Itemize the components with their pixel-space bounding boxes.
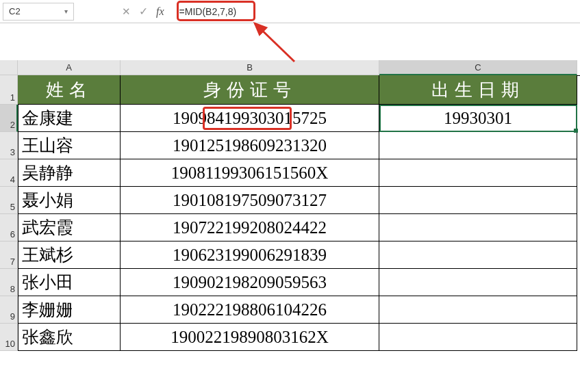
row-header-1[interactable]: 1: [0, 75, 18, 105]
row-header-9[interactable]: 9: [0, 296, 18, 324]
spreadsheet: A B C 1 2 3 4 5 6 7 8 9 10 姓名 身份证号 出生日期: [0, 60, 580, 351]
formula-buttons: ✕ ✓ fx: [112, 5, 174, 18]
cell-A8[interactable]: 张小田: [18, 269, 121, 296]
cell-B10[interactable]: 19002219890803162X: [121, 324, 379, 351]
formula-input[interactable]: =MID(B2,7,8): [174, 3, 577, 21]
cell-C2[interactable]: 19930301: [379, 105, 577, 132]
fx-icon[interactable]: fx: [156, 5, 164, 18]
name-box-dropdown-icon[interactable]: ▾: [64, 8, 68, 15]
cell-A7[interactable]: 王斌杉: [18, 241, 121, 269]
cell-C4[interactable]: [379, 159, 577, 187]
row-header-2[interactable]: 2: [0, 105, 18, 132]
column-header-C[interactable]: C: [379, 60, 577, 75]
cell-A5[interactable]: 聂小娟: [18, 187, 121, 214]
cell-C9[interactable]: [379, 296, 577, 324]
cell-A9[interactable]: 李姗姗: [18, 296, 121, 324]
cell-A1[interactable]: 姓名: [18, 75, 121, 105]
cancel-icon[interactable]: ✕: [122, 5, 131, 18]
row-header-8[interactable]: 8: [0, 269, 18, 296]
cell-C7[interactable]: [379, 241, 577, 269]
row-header-4[interactable]: 4: [0, 159, 18, 187]
cell-B6[interactable]: 190722199208024422: [121, 214, 379, 241]
formula-text: =MID(B2,7,8): [179, 6, 237, 17]
cell-C5[interactable]: [379, 187, 577, 214]
cell-A3[interactable]: 王山容: [18, 132, 121, 159]
cell-B7[interactable]: 190623199006291839: [121, 241, 379, 269]
column-header-A[interactable]: A: [18, 60, 121, 75]
cell-C10[interactable]: [379, 324, 577, 351]
cell-C1[interactable]: 出生日期: [379, 75, 577, 105]
name-box[interactable]: C2 ▾: [3, 3, 74, 21]
cell-B8[interactable]: 190902198209059563: [121, 269, 379, 296]
cell-B5[interactable]: 190108197509073127: [121, 187, 379, 214]
formula-bar: C2 ▾ ✕ ✓ fx =MID(B2,7,8): [0, 0, 580, 23]
row-header-10[interactable]: 10: [0, 324, 18, 351]
row-header-3[interactable]: 3: [0, 132, 18, 159]
cell-A10[interactable]: 张鑫欣: [18, 324, 121, 351]
column-header-B[interactable]: B: [121, 60, 379, 75]
row-header-5[interactable]: 5: [0, 187, 18, 214]
name-box-value: C2: [9, 6, 64, 16]
cell-B9[interactable]: 190222198806104226: [121, 296, 379, 324]
cell-A2[interactable]: 金康建: [18, 105, 121, 132]
cell-B2[interactable]: 190984199303015725: [121, 105, 379, 132]
row-header-7[interactable]: 7: [0, 241, 18, 269]
row-header-6[interactable]: 6: [0, 214, 18, 241]
cell-A4[interactable]: 吴静静: [18, 159, 121, 187]
cell-A6[interactable]: 武宏霞: [18, 214, 121, 241]
confirm-icon[interactable]: ✓: [139, 5, 148, 18]
cell-C6[interactable]: [379, 214, 577, 241]
cell-C8[interactable]: [379, 269, 577, 296]
cell-B3[interactable]: 190125198609231320: [121, 132, 379, 159]
select-all-corner[interactable]: [0, 60, 18, 75]
cell-B1[interactable]: 身份证号: [121, 75, 379, 105]
cell-C3[interactable]: [379, 132, 577, 159]
cell-B4[interactable]: 19081199306151560X: [121, 159, 379, 187]
